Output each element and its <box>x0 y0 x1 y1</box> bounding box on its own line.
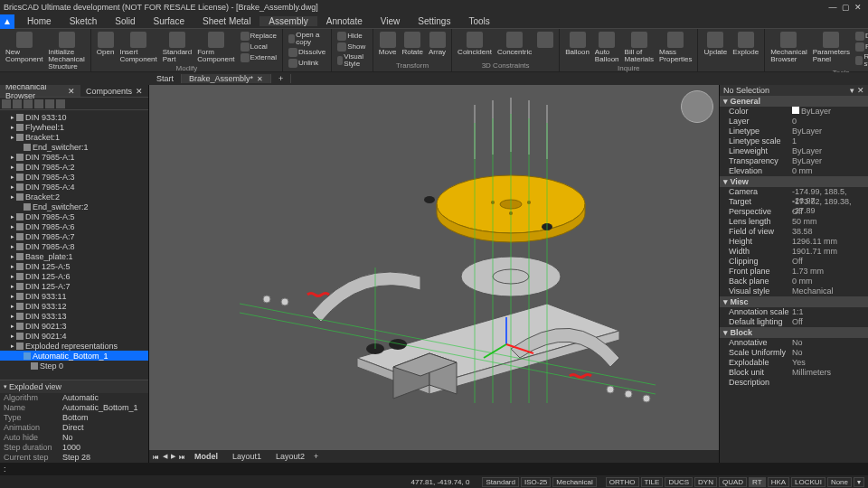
props-row[interactable]: Height1296.11 mm <box>720 237 868 247</box>
tree-node[interactable]: ▸Bracket:1 <box>0 132 148 142</box>
app-icon[interactable]: ▲ <box>0 14 14 29</box>
props-menu-icon[interactable]: ▾ ✕ <box>850 86 864 95</box>
tree-twisty-icon[interactable]: ▸ <box>9 164 16 171</box>
status-dropdown-icon[interactable]: ▾ <box>854 477 864 487</box>
layout-tab[interactable]: Layout2 <box>270 452 310 461</box>
props-row[interactable]: Block unitMillimeters <box>720 368 868 378</box>
status-right[interactable]: None <box>827 477 852 487</box>
tree-twisty-icon[interactable]: ▸ <box>9 183 16 191</box>
tree-twisty-icon[interactable]: ▸ <box>9 114 16 121</box>
window-close[interactable]: ✕ <box>852 3 864 12</box>
mech-browser[interactable]: MechanicalBrowser <box>769 31 808 69</box>
tree-twisty-icon[interactable]: ▸ <box>9 213 16 221</box>
tree-twisty-icon[interactable]: ▸ <box>9 253 16 260</box>
hide[interactable]: Hide <box>335 31 369 42</box>
status-toggle-ducs[interactable]: DUCS <box>665 477 693 487</box>
explode[interactable]: Explode <box>731 31 760 57</box>
tree-twisty-icon[interactable]: ▸ <box>9 193 16 201</box>
constraint-more[interactable] <box>535 31 555 57</box>
array[interactable]: Array <box>427 31 448 57</box>
ribbon-tab-tools[interactable]: Tools <box>459 16 498 26</box>
panel-tab[interactable]: Mechanical Browser✕ <box>0 85 80 97</box>
props-row[interactable]: Annotation scale1:1 <box>720 307 868 317</box>
search-icon[interactable] <box>56 99 65 108</box>
status-segment[interactable]: Standard <box>482 477 518 487</box>
props-section-header[interactable]: ▾ View <box>720 176 868 187</box>
doc-tab-add[interactable]: + <box>271 74 291 83</box>
standard-part[interactable]: StandardPart <box>161 31 193 64</box>
props-row[interactable]: Layer0 <box>720 117 868 127</box>
tree-twisty-icon[interactable]: ▸ <box>9 273 16 280</box>
tree-twisty-icon[interactable]: ▸ <box>9 124 16 131</box>
tree-twisty-icon[interactable]: ▸ <box>9 323 16 330</box>
dissolve[interactable]: Dissolve <box>287 47 327 58</box>
tree-node[interactable]: ▸DIN 125-A:5 <box>0 261 148 271</box>
window-minimize[interactable]: — <box>826 3 839 12</box>
ribbon-tab-surface[interactable]: Surface <box>145 16 193 26</box>
tree-twisty-icon[interactable]: ▸ <box>9 174 16 181</box>
panel-tool-icon[interactable] <box>2 99 11 108</box>
props-section-header[interactable]: ▾ General <box>720 96 868 107</box>
exploded-prop-row[interactable]: TypeBottom <box>0 413 148 423</box>
props-row[interactable]: Description <box>720 378 868 388</box>
unlink[interactable]: Unlink <box>287 58 327 69</box>
params-panel[interactable]: ParametersPanel <box>811 31 852 69</box>
open-copy[interactable]: Open a copy <box>287 31 327 47</box>
coincident[interactable]: Coincident <box>456 31 494 57</box>
panel-tool-icon[interactable] <box>13 99 22 108</box>
status-toggle-hka[interactable]: HKA <box>768 477 789 487</box>
props-row[interactable]: AnnotativeNo <box>720 338 868 348</box>
props-row[interactable]: Camera-174.99, 188.5, -26.97 <box>720 187 868 197</box>
tree-node[interactable]: ▸DIN 125-A:6 <box>0 271 148 281</box>
tree-node[interactable]: ▸Base_plate:1 <box>0 251 148 261</box>
tree-node[interactable]: ▸DIN 933:11 <box>0 291 148 301</box>
props-row[interactable]: Lineweight ByLayer <box>720 146 868 156</box>
props-row[interactable]: Width1901.71 mm <box>720 247 868 257</box>
doc-tab[interactable]: Brake_Assembly*✕ <box>182 74 271 83</box>
exploded-prop-row[interactable]: Step duration1000 <box>0 443 148 453</box>
tree-node[interactable]: ▸DIN 7985-A:8 <box>0 241 148 251</box>
tree-node[interactable]: Automatic_Bottom_1 <box>0 351 148 361</box>
panel-tool-icon[interactable] <box>34 99 43 108</box>
status-toggle-quad[interactable]: QUAD <box>719 477 747 487</box>
mechanical-tree[interactable]: ▸DIN 933:10▸Flywheel:1▸Bracket:1End_swit… <box>0 110 148 380</box>
props-row[interactable]: Target-173.82, 189.38, -27.89 <box>720 197 868 207</box>
exploded-prop-row[interactable]: AnimationDirect <box>0 423 148 433</box>
props-section-header[interactable]: ▾ Block <box>720 327 868 338</box>
set-local[interactable]: Local <box>239 42 278 52</box>
concentric[interactable]: Concentric <box>495 31 533 57</box>
status-toggle-tile[interactable]: TILE <box>641 477 664 487</box>
tree-twisty-icon[interactable]: ▸ <box>9 283 16 290</box>
ribbon-tab-home[interactable]: Home <box>18 16 61 26</box>
ribbon-tab-annotate[interactable]: Annotate <box>317 16 372 26</box>
props-row[interactable]: Elevation0 mm <box>720 166 868 176</box>
status-segment[interactable]: Mechanical <box>552 477 596 487</box>
ribbon-tab-settings[interactable]: Settings <box>409 16 459 26</box>
ribbon-tab-solid[interactable]: Solid <box>106 16 144 26</box>
exploded-prop-row[interactable]: NameAutomatic_Bottom_1 <box>0 403 148 413</box>
tree-twisty-icon[interactable]: ▸ <box>9 263 16 270</box>
status-segment[interactable]: ISO-25 <box>521 477 551 487</box>
tree-node[interactable]: ▸DIN 7985-A:5 <box>0 211 148 221</box>
tree-node[interactable]: ▸DIN 7985-A:7 <box>0 231 148 241</box>
recover[interactable]: Recover <box>854 42 868 52</box>
exploded-prop-row[interactable]: AlgorithmAutomatic <box>0 393 148 403</box>
layout-add[interactable]: + <box>314 452 318 461</box>
tree-twisty-icon[interactable]: ▸ <box>9 333 16 340</box>
status-toggle-lockui[interactable]: LOCKUI <box>791 477 826 487</box>
layout-tab[interactable]: Model <box>189 452 223 461</box>
window-maximize[interactable]: ▢ <box>839 3 852 12</box>
props-row[interactable]: PerspectiveOff <box>720 207 868 217</box>
tree-twisty-icon[interactable]: ▸ <box>9 313 16 320</box>
cmd-input[interactable] <box>6 465 864 474</box>
tree-node[interactable]: ▸DIN 7985-A:4 <box>0 182 148 192</box>
rotate[interactable]: Rotate <box>400 31 425 57</box>
tree-node[interactable]: ▸DIN 7985-A:6 <box>0 221 148 231</box>
dependencies[interactable]: Dependencies <box>854 31 868 42</box>
tree-node[interactable]: End_switcher:2 <box>0 202 148 211</box>
props-row[interactable]: Lens length50 mm <box>720 217 868 227</box>
new-component[interactable]: NewComponent <box>4 31 44 71</box>
status-toggle-ortho[interactable]: ORTHO <box>606 477 639 487</box>
tree-node[interactable]: ▸DIN 125-A:7 <box>0 281 148 291</box>
tree-node[interactable]: ▸Exploded representations <box>0 341 148 351</box>
